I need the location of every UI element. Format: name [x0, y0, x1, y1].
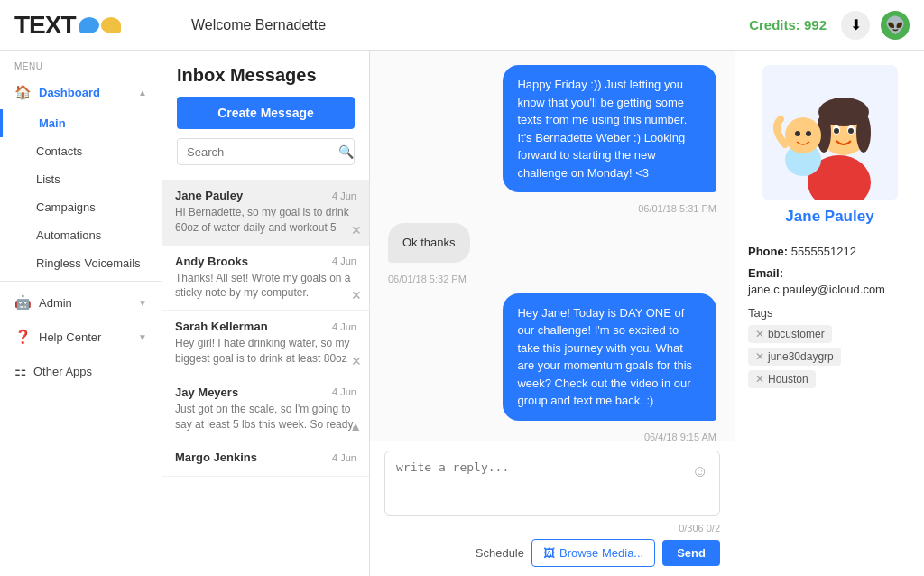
- email-value: jane.c.pauley@icloud.com: [748, 283, 885, 296]
- chat-timestamp-1: 06/01/18 5:31 PM: [388, 203, 716, 214]
- sidebar-item-help[interactable]: ❓ Help Center ▼: [0, 320, 162, 354]
- search-input[interactable]: [187, 145, 338, 159]
- emoji-icon[interactable]: ☺: [692, 462, 708, 481]
- help-icon: ❓: [14, 329, 32, 345]
- sidebar-subitem-ringless[interactable]: Ringless Voicemails: [0, 249, 162, 277]
- inbox-item-date: 4 Jun: [332, 386, 356, 397]
- inbox-item-preview: Hi Bernadette, so my goal is to drink 60…: [175, 205, 356, 236]
- svg-point-11: [785, 117, 821, 153]
- sidebar-item-admin[interactable]: 🤖 Admin ▼: [0, 285, 162, 320]
- tag-remove-icon[interactable]: ✕: [755, 328, 764, 340]
- sidebar-subitem-contacts[interactable]: Contacts: [0, 137, 162, 165]
- sidebar-subitem-automations[interactable]: Automations: [0, 221, 162, 249]
- topbar-actions: ⬇ 👽: [841, 11, 910, 40]
- inbox-item-sarah[interactable]: Sarah Kellerman 4 Jun Hey girl! I hate d…: [162, 311, 369, 376]
- chat-timestamp-3: 06/4/18 9:15 AM: [388, 432, 716, 441]
- sidebar-item-dashboard-label: Dashboard: [39, 86, 100, 99]
- inbox-item-name: Sarah Kellerman: [175, 320, 268, 333]
- contact-panel: Jane Pauley Phone: 5555551212 Email: jan…: [735, 51, 924, 576]
- inbox-item-jane[interactable]: Jane Pauley 4 Jun Hi Bernadette, so my g…: [162, 180, 369, 246]
- schedule-label: Schedule: [476, 546, 524, 560]
- apps-icon: ⚏: [14, 363, 26, 379]
- inbox-title: Inbox Messages: [177, 65, 355, 86]
- inbox-item-header: Andy Brooks 4 Jun: [175, 255, 356, 268]
- svg-point-5: [856, 113, 871, 153]
- inbox-item-name: Margo Jenkins: [175, 451, 257, 464]
- sidebar: MENU 🏠 Dashboard ▲ Main Contacts Lists C…: [0, 51, 162, 576]
- tag-value: bbcustomer: [768, 328, 825, 340]
- logo-text: TEXT: [14, 11, 76, 40]
- logo: TEXT: [14, 11, 177, 40]
- inbox-item-margo[interactable]: Margo Jenkins 4 Jun: [162, 441, 369, 477]
- inbox-header: Inbox Messages Create Message 🔍: [162, 51, 369, 180]
- inbox-item-header: Jane Pauley 4 Jun: [175, 189, 356, 202]
- logo-bubble-yellow: [101, 17, 121, 33]
- browse-media-label: Browse Media...: [559, 546, 643, 560]
- sidebar-divider: [0, 281, 162, 282]
- inbox-item-date: 4 Jun: [332, 255, 356, 266]
- search-icon: 🔍: [338, 144, 354, 159]
- contact-email-row: Email: jane.c.pauley@icloud.com: [748, 265, 911, 298]
- sidebar-item-admin-label: Admin: [39, 296, 72, 310]
- sidebar-subitem-main[interactable]: Main: [0, 109, 162, 137]
- credits-display: Credits: 992: [749, 17, 827, 33]
- inbox-item-date: 4 Jun: [332, 190, 356, 201]
- inbox-item-header: Margo Jenkins 4 Jun: [175, 451, 356, 464]
- sidebar-subitem-lists[interactable]: Lists: [0, 165, 162, 193]
- inbox-panel: Inbox Messages Create Message 🔍 Jane Pau…: [162, 51, 370, 576]
- close-icon[interactable]: ✕: [351, 223, 362, 237]
- inbox-item-jay[interactable]: Jay Meyers 4 Jun Just got on the scale, …: [162, 376, 369, 442]
- char-counter: 0/306 0/2: [384, 523, 720, 534]
- inbox-item-andy[interactable]: Andy Brooks 4 Jun Thanks! All set! Wrote…: [162, 246, 369, 311]
- svg-point-12: [795, 131, 800, 136]
- create-message-button[interactable]: Create Message: [177, 97, 355, 129]
- tag-value: Houston: [768, 373, 808, 386]
- main-layout: MENU 🏠 Dashboard ▲ Main Contacts Lists C…: [0, 51, 924, 576]
- close-icon[interactable]: ✕: [351, 288, 362, 302]
- email-label: Email:: [748, 266, 783, 280]
- inbox-item-name: Jay Meyers: [175, 386, 238, 399]
- search-box: 🔍: [177, 138, 355, 165]
- svg-point-7: [834, 128, 839, 134]
- inbox-item-date: 4 Jun: [332, 321, 356, 332]
- topbar: TEXT Welcome Bernadette Credits: 992 ⬇ 👽: [0, 0, 924, 51]
- tags-list: ✕ bbcustomer ✕ june30daygrp ✕ Houston: [748, 325, 911, 388]
- reply-input[interactable]: [396, 460, 692, 506]
- chat-bubble-out-2: Hey Jane! Today is DAY ONE of our challe…: [503, 293, 716, 421]
- sidebar-item-otherapps[interactable]: ⚏ Other Apps: [0, 354, 162, 388]
- contact-info: Phone: 5555551212 Email: jane.c.pauley@i…: [735, 244, 924, 399]
- contact-phone-row: Phone: 5555551212: [748, 244, 911, 260]
- sidebar-item-help-label: Help Center: [39, 330, 101, 344]
- tag-bbcustomer: ✕ bbcustomer: [748, 325, 832, 343]
- tag-remove-icon[interactable]: ✕: [755, 350, 764, 363]
- inbox-list: Jane Pauley 4 Jun Hi Bernadette, so my g…: [162, 180, 369, 576]
- chevron-up-icon[interactable]: ▲: [349, 419, 362, 433]
- chat-input-box: ☺: [384, 451, 720, 516]
- chevron-up-icon: ▲: [138, 88, 147, 98]
- logo-bubble-blue: [79, 17, 99, 33]
- avatar-icon[interactable]: 👽: [881, 11, 910, 40]
- phone-label: Phone:: [748, 245, 788, 258]
- inbox-item-preview: Hey girl! I hate drinking water, so my b…: [175, 336, 356, 367]
- browse-media-button[interactable]: 🖼 Browse Media...: [531, 539, 655, 567]
- close-icon[interactable]: ✕: [351, 354, 362, 368]
- avatar: [762, 65, 898, 200]
- home-icon: 🏠: [14, 84, 32, 100]
- sidebar-subitem-campaigns[interactable]: Campaigns: [0, 193, 162, 221]
- contact-name: Jane Pauley: [746, 208, 913, 226]
- inbox-item-date: 4 Jun: [332, 452, 356, 463]
- download-icon[interactable]: ⬇: [841, 11, 870, 40]
- inbox-item-header: Sarah Kellerman 4 Jun: [175, 320, 356, 333]
- chat-input-area: ☺ 0/306 0/2 Schedule 🖼 Browse Media... S…: [370, 441, 735, 576]
- phone-value: 5555551212: [791, 245, 856, 258]
- sidebar-item-dashboard[interactable]: 🏠 Dashboard ▲: [0, 75, 162, 109]
- image-icon: 🖼: [543, 546, 555, 560]
- sidebar-item-otherapps-label: Other Apps: [33, 365, 92, 378]
- tag-remove-icon[interactable]: ✕: [755, 373, 764, 386]
- send-button[interactable]: Send: [662, 540, 720, 566]
- chevron-down-icon: ▼: [138, 298, 147, 308]
- chat-bubble-out-1: Happy Friday :)) Just letting you know t…: [503, 65, 716, 192]
- svg-point-13: [806, 131, 811, 136]
- tag-june30daygrp: ✕ june30daygrp: [748, 348, 841, 366]
- inbox-item-name: Andy Brooks: [175, 255, 248, 268]
